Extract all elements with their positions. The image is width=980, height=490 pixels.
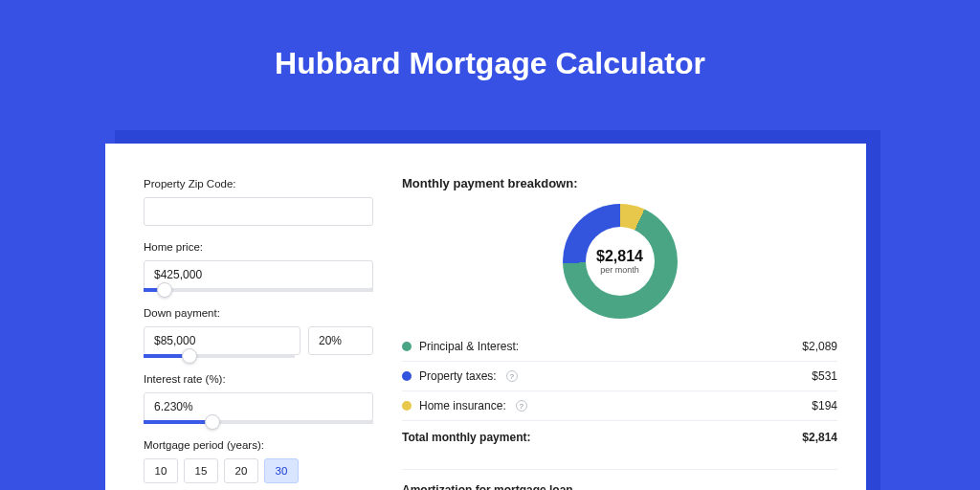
slider-thumb[interactable] xyxy=(205,414,220,430)
info-icon[interactable]: ? xyxy=(506,370,518,382)
legend-dot-yellow xyxy=(402,401,412,411)
line-taxes: Property taxes: ? $531 xyxy=(402,362,837,391)
slider-fill xyxy=(144,420,212,424)
period-btn-15[interactable]: 15 xyxy=(184,458,218,483)
line-left: Home insurance: ? xyxy=(402,399,527,412)
label-home-price: Home price: xyxy=(144,241,373,253)
interest-input[interactable] xyxy=(144,392,373,421)
line-total: Total monthly payment: $2,814 xyxy=(402,421,837,452)
label-down-payment: Down payment: xyxy=(144,307,373,319)
page-title: Hubbard Mortgage Calculator xyxy=(0,0,980,106)
interest-slider[interactable] xyxy=(144,420,373,424)
period-btn-30[interactable]: 30 xyxy=(264,458,299,483)
slider-thumb[interactable] xyxy=(157,282,172,298)
zip-input[interactable] xyxy=(144,197,373,226)
label-period: Mortgage period (years): xyxy=(144,439,373,451)
app-root: Hubbard Mortgage Calculator Property Zip… xyxy=(0,0,980,490)
period-btn-20[interactable]: 20 xyxy=(224,458,258,483)
total-value: $2,814 xyxy=(802,431,837,444)
donut-amount: $2,814 xyxy=(596,248,643,265)
home-price-slider[interactable] xyxy=(144,288,373,292)
field-interest: Interest rate (%): xyxy=(144,373,373,424)
legend-dot-blue xyxy=(402,371,412,381)
label-zip: Property Zip Code: xyxy=(144,178,373,189)
down-payment-pct-input[interactable] xyxy=(308,326,373,355)
legend-dot-green xyxy=(402,342,412,351)
donut-sub: per month xyxy=(600,265,639,275)
line-left: Property taxes: ? xyxy=(402,369,518,383)
field-zip: Property Zip Code: xyxy=(144,178,373,226)
slider-thumb[interactable] xyxy=(182,348,197,364)
line-label: Home insurance: xyxy=(419,399,506,412)
form-panel: Property Zip Code: Home price: Down paym… xyxy=(105,144,392,490)
card-inner: Property Zip Code: Home price: Down paym… xyxy=(105,144,866,490)
amort-title: Amortization for mortgage loan xyxy=(402,483,837,490)
line-value: $194 xyxy=(812,399,837,412)
down-payment-slider[interactable] xyxy=(144,354,295,358)
donut-center: $2,814 per month xyxy=(586,227,655,296)
amortization-section: Amortization for mortgage loan Amortizat… xyxy=(402,469,837,490)
calculator-card: Property Zip Code: Home price: Down paym… xyxy=(105,144,866,490)
breakdown-title: Monthly payment breakdown: xyxy=(402,176,837,190)
line-insurance: Home insurance: ? $194 xyxy=(402,391,837,421)
period-btn-10[interactable]: 10 xyxy=(144,458,178,483)
period-options: 10 15 20 30 xyxy=(144,458,373,483)
field-home-price: Home price: xyxy=(144,241,373,292)
donut-chart-wrap: $2,814 per month xyxy=(402,196,837,332)
field-period: Mortgage period (years): 10 15 20 30 xyxy=(144,439,373,483)
down-payment-row xyxy=(144,326,373,355)
label-interest: Interest rate (%): xyxy=(144,373,373,385)
line-left: Principal & Interest: xyxy=(402,340,519,353)
field-down-payment: Down payment: xyxy=(144,307,373,358)
line-principal: Principal & Interest: $2,089 xyxy=(402,332,837,362)
breakdown-panel: Monthly payment breakdown: $2,814 per mo… xyxy=(392,144,866,490)
info-icon[interactable]: ? xyxy=(516,400,527,412)
total-label: Total monthly payment: xyxy=(402,431,530,444)
donut-chart: $2,814 per month xyxy=(563,204,678,319)
line-label: Property taxes: xyxy=(419,369,497,383)
down-payment-amount-input[interactable] xyxy=(144,326,301,355)
line-value: $2,089 xyxy=(802,340,837,353)
line-label: Principal & Interest: xyxy=(419,340,519,353)
home-price-input[interactable] xyxy=(144,260,373,289)
line-value: $531 xyxy=(812,369,837,383)
